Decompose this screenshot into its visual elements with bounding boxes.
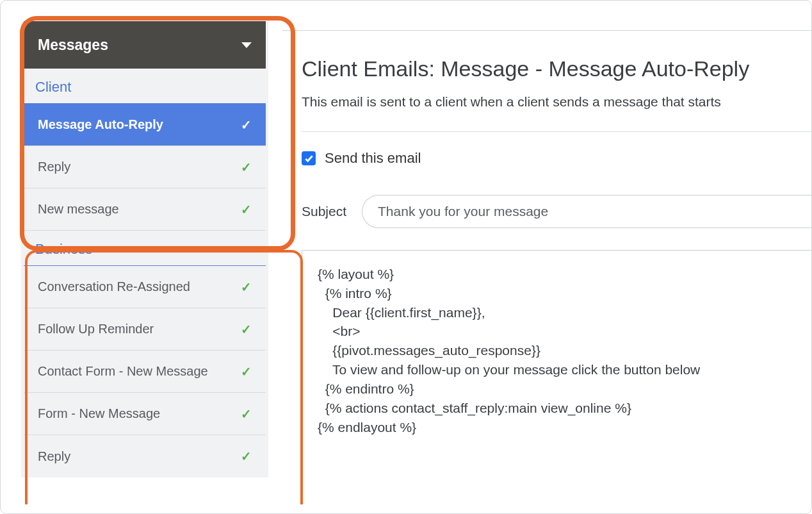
page-description: This email is sent to a client when a cl… <box>302 94 811 110</box>
check-icon <box>304 154 314 163</box>
sidebar-item-conversation-reassigned[interactable]: Conversation Re-Assigned ✓ <box>24 266 266 308</box>
sidebar-item-contact-form-new-message[interactable]: Contact Form - New Message ✓ <box>24 351 266 393</box>
sidebar-item-label: New message <box>38 202 119 217</box>
send-email-label: Send this email <box>325 150 421 167</box>
sidebar-item-reply[interactable]: Reply ✓ <box>24 146 266 188</box>
sidebar-item-label: Reply <box>38 449 70 464</box>
page-title: Client Emails: Message - Message Auto-Re… <box>302 56 811 81</box>
check-icon: ✓ <box>241 117 252 133</box>
sidebar-item-label: Form - New Message <box>38 406 160 421</box>
sidebar-group: Messages Client Message Auto-Reply ✓ Rep… <box>21 21 268 477</box>
check-icon: ✓ <box>241 160 252 175</box>
sidebar-item-label: Reply <box>38 160 70 174</box>
sidebar: Messages Client Message Auto-Reply ✓ Rep… <box>1 1 282 513</box>
app-frame: Messages Client Message Auto-Reply ✓ Rep… <box>0 0 812 514</box>
sidebar-section-title: Messages <box>38 37 108 54</box>
check-icon: ✓ <box>241 449 252 464</box>
check-icon: ✓ <box>241 364 252 379</box>
sidebar-item-label: Contact Form - New Message <box>38 364 208 379</box>
send-email-checkbox[interactable] <box>302 151 316 165</box>
divider <box>302 131 811 132</box>
sidebar-item-label: Conversation Re-Assigned <box>38 279 190 294</box>
email-body-editor[interactable]: {% layout %} {% intro %} Dear {{client.f… <box>302 250 811 468</box>
sidebar-item-label: Message Auto-Reply <box>38 117 163 132</box>
subject-label: Subject <box>302 204 346 219</box>
sidebar-item-label: Follow Up Reminder <box>38 322 154 336</box>
sidebar-item-message-auto-reply[interactable]: Message Auto-Reply ✓ <box>24 104 266 146</box>
subject-input[interactable] <box>362 195 811 228</box>
check-icon: ✓ <box>241 202 252 217</box>
sidebar-item-follow-up-reminder[interactable]: Follow Up Reminder ✓ <box>24 308 266 351</box>
chevron-down-icon <box>241 42 252 48</box>
sidebar-category-client[interactable]: Client <box>24 69 266 104</box>
main-panel: Client Emails: Message - Message Auto-Re… <box>282 30 811 513</box>
check-icon: ✓ <box>241 279 252 295</box>
sidebar-category-business[interactable]: Business <box>24 231 266 266</box>
sidebar-section-header[interactable]: Messages <box>24 21 266 69</box>
sidebar-item-form-new-message[interactable]: Form - New Message ✓ <box>24 393 266 435</box>
check-icon: ✓ <box>241 322 252 337</box>
sidebar-item-new-message[interactable]: New message ✓ <box>24 188 266 231</box>
subject-row: Subject <box>302 195 811 228</box>
send-email-row: Send this email <box>302 150 811 167</box>
check-icon: ✓ <box>241 406 252 422</box>
sidebar-item-reply-business[interactable]: Reply ✓ <box>24 435 266 477</box>
